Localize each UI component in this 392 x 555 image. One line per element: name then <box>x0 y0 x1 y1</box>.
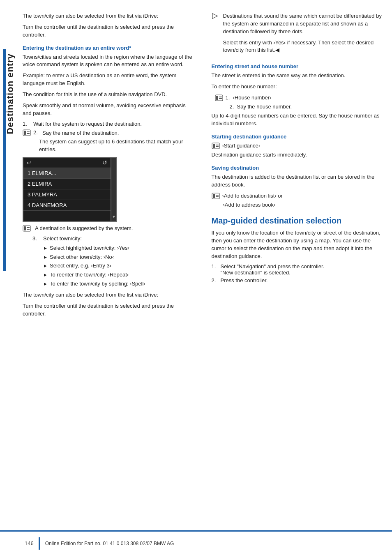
screen-header: ↩ ↺ <box>23 158 111 168</box>
screen-item-2: 2 ELMIRA <box>23 179 111 189</box>
step2-text: Say the name of the destination. <box>42 129 193 137</box>
s2-step1-num: 1. <box>226 94 233 101</box>
section4-heading: Saving destination <box>212 165 384 171</box>
main-content: The town/city can also be selected from … <box>23 0 384 321</box>
voice-icon-s4 <box>212 193 220 199</box>
s4-cmd2-text: ›Add to address book‹ <box>223 201 276 209</box>
substep-5: To enter the town/city by spelling: ›Spe… <box>44 280 193 288</box>
s4-cmd1-text: ›Add to destination list‹ or <box>222 192 283 200</box>
scroll-down-icon: ▼ <box>112 214 116 219</box>
s1-p1: Towns/cities and streets located in the … <box>23 53 193 69</box>
section5-heading: Map-guided destination selection <box>212 215 384 226</box>
step1-block: 1. Wait for the system to request the de… <box>23 120 193 128</box>
svg-rect-10 <box>216 96 218 100</box>
footer-page: 146 <box>25 540 34 546</box>
s2-step2-num: 2. <box>230 103 237 111</box>
sidebar-label: Destination entry <box>5 53 16 134</box>
screen-note-block: A destination is suggested by the system… <box>23 225 193 232</box>
s1-p2: Example: to enter a US destination as an… <box>23 72 193 88</box>
s2-step2: 2. Say the house number. <box>230 103 384 111</box>
voice-icon-step2 <box>23 129 32 136</box>
step2-num: 2. <box>33 129 41 136</box>
section2-heading: Entering street and house number <box>212 63 384 69</box>
scroll-bar: ▼ <box>111 157 117 222</box>
voice-icon-s2 <box>215 94 223 101</box>
s4-cmd2: ›Add to address book‹ <box>223 201 384 209</box>
triangle-note-text: Destinations that sound the same which c… <box>223 12 384 58</box>
svg-rect-6 <box>27 227 30 228</box>
s2-note: Up to 4-digit house numbers can be enter… <box>212 112 384 128</box>
s5-step2-num: 2. <box>212 277 219 283</box>
step1-num: 1. <box>23 120 32 128</box>
svg-rect-3 <box>27 133 30 134</box>
step3-block: 3. Select town/city: <box>23 235 193 243</box>
svg-rect-1 <box>24 131 26 135</box>
outro-p2: Turn the controller until the destinatio… <box>23 302 193 318</box>
svg-marker-8 <box>212 14 217 18</box>
svg-rect-12 <box>219 98 222 99</box>
s3-cmd: ›Start guidance‹ <box>212 142 384 150</box>
substep-5-text: To enter the town/city by spelling: ›Spe… <box>50 281 145 287</box>
s3-note: Destination guidance starts immediately. <box>212 151 384 159</box>
sidebar: Destination entry <box>0 0 21 555</box>
refresh-icon: ↺ <box>102 159 107 166</box>
voice-icon-screen-note <box>23 225 32 232</box>
intro-p1: The town/city can also be selected from … <box>23 12 193 20</box>
s5-step1: 1. Select "Navigation" and press the con… <box>212 263 384 276</box>
screen-spacer <box>23 211 111 221</box>
substep-list: Select highlighted town/city: ›Yes‹ Sele… <box>44 244 193 288</box>
s3-cmd-text: ›Start guidance‹ <box>222 142 261 150</box>
step2-note: The system can suggest up to 6 destinati… <box>39 138 193 154</box>
section1-heading: Entering the destination as an entire wo… <box>23 45 193 51</box>
right-column: Destinations that sound the same which c… <box>210 12 384 321</box>
svg-rect-11 <box>219 97 222 97</box>
footer-text: Online Edition for Part no. 01 41 0 013 … <box>45 541 174 546</box>
screen-item-3: 3 PALMYRA <box>23 189 111 200</box>
s2-step1-text: ›House number‹ <box>233 94 272 101</box>
back-arrow-icon: ↩ <box>27 159 32 166</box>
footer: 146 Online Edition for Part no. 01 41 0 … <box>0 530 392 555</box>
s2-p2: To enter the house number: <box>212 83 384 91</box>
s1-p4: Speak smoothly and at normal volume, avo… <box>23 102 193 117</box>
s5-step1-note: "New destination" is selected. <box>221 269 291 276</box>
svg-rect-15 <box>216 145 219 145</box>
note-p2: Select this entry with ›Yes‹ if necessar… <box>223 39 384 55</box>
s2-p1: The street is entered in the same way as… <box>212 72 384 80</box>
step3-text: Select town/city: <box>43 235 193 243</box>
svg-rect-5 <box>24 226 26 230</box>
svg-rect-2 <box>27 131 30 132</box>
sidebar-text: Destination entry <box>0 53 21 134</box>
s5-step1-content: Select "Navigation" and press the contro… <box>221 263 325 276</box>
triangle-icon <box>212 13 220 21</box>
screen-note-text: A destination is suggested by the system… <box>35 225 133 231</box>
s1-p3: The condition for this is the use of a s… <box>23 91 193 99</box>
s5-p1: If you only know the location of the tow… <box>212 229 384 260</box>
substep-1: Select highlighted town/city: ›Yes‹ <box>44 244 193 252</box>
screen-mockup: ↩ ↺ 1 ELMIRA... 2 ELMIRA 3 PALMYRA 4 DAN… <box>23 157 117 222</box>
section3-heading: Starting destination guidance <box>212 134 384 140</box>
s4-p1: The destination is added to the destinat… <box>212 173 384 189</box>
left-column: The town/city can also be selected from … <box>23 12 197 321</box>
screen-item-4: 4 DANNEMORA <box>23 200 111 211</box>
s4-cmd1: ›Add to destination list‹ or <box>212 192 384 200</box>
svg-rect-16 <box>216 146 219 147</box>
s5-step1-num: 1. <box>212 263 219 269</box>
footer-accent <box>39 537 40 550</box>
svg-rect-14 <box>213 144 215 148</box>
voice-icon-s3 <box>212 143 220 149</box>
s2-step1: 1. ›House number‹ <box>215 94 384 101</box>
substep-3: Select entry, e.g. ›Entry 3‹ <box>44 262 193 270</box>
svg-rect-18 <box>213 194 215 198</box>
intro-p2: Turn the controller until the destinatio… <box>23 23 193 39</box>
svg-rect-20 <box>216 196 219 197</box>
note-p1: Destinations that sound the same which c… <box>223 12 384 36</box>
substep-2: Select other town/city: ›No‹ <box>44 253 193 261</box>
s2-step2-text: Say the house number. <box>237 103 292 111</box>
step1-text: Wait for the system to request the desti… <box>33 120 193 128</box>
svg-rect-7 <box>27 229 30 230</box>
substep-4: To reenter the town/city: ›Repeat‹ <box>44 271 193 279</box>
screen-items: ↩ ↺ 1 ELMIRA... 2 ELMIRA 3 PALMYRA 4 DAN… <box>23 157 111 222</box>
svg-rect-19 <box>216 195 219 196</box>
s5-step2-text: Press the controller. <box>221 277 268 283</box>
step2-block: 2. Say the name of the destination. <box>23 129 193 137</box>
